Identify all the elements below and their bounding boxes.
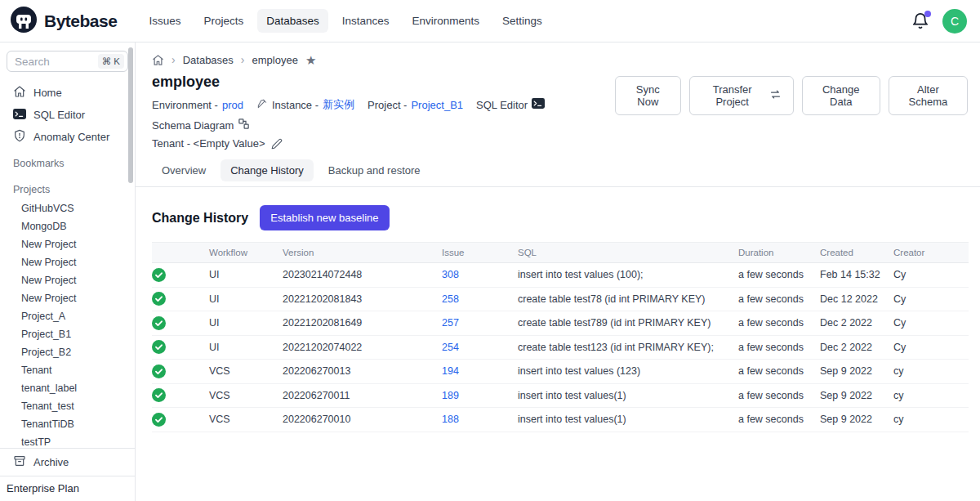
status-cell [152, 311, 209, 336]
bytebase-logo[interactable]: Bytebase [10, 6, 117, 36]
schema-diagram-icon [238, 118, 250, 132]
table-row[interactable]: VCS202206270013194insert into test value… [152, 360, 969, 384]
sidebar-project-new-project-2[interactable]: New Project [7, 236, 128, 254]
issue-link[interactable]: 308 [442, 269, 459, 280]
version-cell: 20230214072448 [283, 263, 442, 288]
breadcrumb-employee[interactable]: employee [252, 54, 298, 66]
sidebar-project-mongodb-1[interactable]: MongoDB [7, 218, 128, 236]
edit-pencil-icon[interactable] [271, 138, 283, 150]
status-cell [152, 263, 209, 288]
sidebar-scrollbar[interactable] [128, 47, 133, 183]
issue-link[interactable]: 194 [442, 365, 459, 377]
top-nav: Bytebase IssuesProjectsDatabasesInstance… [0, 0, 980, 42]
sidebar-item-anomaly-center[interactable]: Anomaly Center [7, 126, 128, 148]
archive-label: Archive [33, 456, 69, 468]
sidebar-item-home[interactable]: Home [7, 82, 128, 104]
table-row[interactable]: UI20230214072448308insert into test valu… [152, 263, 969, 288]
nav-item-instances[interactable]: Instances [333, 9, 399, 33]
nav-item-issues[interactable]: Issues [140, 9, 189, 33]
nav-item-projects[interactable]: Projects [194, 9, 252, 33]
sidebar-project-testtp-13[interactable]: testTP [7, 434, 128, 448]
sidebar-project-githubvcs-0[interactable]: GitHubVCS [7, 200, 128, 218]
created-cell: Sep 9 2022 [820, 408, 893, 432]
sidebar-item-archive[interactable]: Archive [0, 449, 135, 476]
change-data-button[interactable]: Change Data [802, 76, 880, 115]
home-icon[interactable] [152, 54, 164, 66]
issue-link[interactable]: 188 [442, 414, 459, 425]
table-row[interactable]: UI20221202081649257create table test789 … [152, 311, 969, 336]
issue-link[interactable]: 189 [442, 390, 459, 401]
alter-schema-button[interactable]: Alter Schema [889, 76, 968, 115]
page-title: employee [152, 74, 615, 91]
establish-baseline-button[interactable]: Establish new baseline [260, 205, 389, 230]
nav-item-databases[interactable]: Databases [257, 9, 328, 33]
issue-link[interactable]: 257 [442, 317, 459, 329]
sidebar-project-tenant-9[interactable]: Tenant [7, 362, 128, 380]
archive-icon [13, 454, 26, 470]
sidebar-item-label: Home [33, 87, 62, 99]
creator-cell: Cy [893, 311, 969, 336]
table-row[interactable]: VCS202206270011189insert into test value… [152, 383, 969, 408]
chevron-right-icon: › [241, 53, 245, 66]
bookmark-star-icon[interactable]: ★ [305, 54, 316, 66]
version-cell: 20221202074022 [283, 335, 442, 360]
table-row[interactable]: UI20221202074022254create table test123 … [152, 335, 969, 360]
sidebar-project-project-b1-7[interactable]: Project_B1 [7, 326, 128, 344]
tenant-label: Tenant - <Empty Value> [152, 137, 265, 150]
sidebar-item-label: Anomaly Center [33, 131, 109, 143]
check-circle-icon [152, 413, 166, 427]
search-box[interactable]: ⌘ K [7, 51, 128, 72]
main-nav: IssuesProjectsDatabasesInstancesEnvironm… [140, 9, 911, 33]
search-input[interactable] [15, 56, 85, 68]
sidebar-item-label: SQL Editor [33, 109, 85, 121]
tab-overview[interactable]: Overview [152, 159, 216, 181]
sync-now-button[interactable]: Sync Now [615, 76, 680, 115]
enterprise-plan-link[interactable]: Enterprise Plan [0, 476, 135, 501]
check-circle-icon [152, 340, 166, 354]
change-history-table: WorkflowVersionIssueSQLDurationCreatedCr… [152, 242, 969, 432]
issue-cell: 189 [442, 383, 518, 408]
duration-cell: a few seconds [738, 311, 820, 336]
issue-link[interactable]: 258 [442, 293, 459, 305]
version-cell: 202206270011 [283, 383, 442, 408]
sql-cell: insert into test values(1) [518, 408, 738, 432]
nav-item-environments[interactable]: Environments [403, 9, 489, 33]
sql-cell: create table test123 (id int PRIMARY KEY… [518, 335, 738, 360]
sidebar-project-tenant-label-10[interactable]: tenant_label [7, 380, 128, 398]
project-link[interactable]: Project_B1 [411, 99, 463, 111]
sidebar-project-new-project-5[interactable]: New Project [7, 290, 128, 308]
tab-backup-and-restore[interactable]: Backup and restore [318, 159, 430, 181]
sidebar-project-tenanttidb-12[interactable]: TenantTiDB [7, 416, 128, 434]
sidebar-project-project-a-6[interactable]: Project_A [7, 308, 128, 326]
avatar-letter: C [951, 15, 959, 28]
sidebar-project-project-b2-8[interactable]: Project_B2 [7, 344, 128, 362]
sidebar-project-new-project-4[interactable]: New Project [7, 272, 128, 290]
sidebar-section-bookmarks: Bookmarks [7, 153, 128, 174]
column-header-status [152, 243, 209, 263]
sql-editor-link[interactable]: SQL Editor [476, 98, 545, 111]
sidebar-section-projects: Projects [7, 179, 128, 200]
nav-item-settings[interactable]: Settings [493, 9, 551, 33]
sidebar-project-new-project-3[interactable]: New Project [7, 254, 128, 272]
notifications-button[interactable] [911, 12, 929, 30]
table-row[interactable]: VCS202206270010188insert into test value… [152, 408, 969, 432]
issue-link[interactable]: 254 [442, 342, 459, 353]
workflow-cell: UI [209, 287, 283, 311]
breadcrumb-databases[interactable]: Databases [183, 54, 234, 66]
schema-diagram-link[interactable]: Schema Diagram [152, 118, 250, 132]
tab-change-history[interactable]: Change History [220, 159, 314, 181]
sql-cell: create table test789 (id int PRIMARY KEY… [518, 311, 738, 336]
instance-link[interactable]: 新实例 [323, 97, 354, 112]
sidebar-item-sql-editor[interactable]: SQL Editor [7, 104, 128, 126]
table-row[interactable]: UI20221202081843258create table test78 (… [152, 287, 969, 311]
transfer-project-button[interactable]: Transfer Project [689, 76, 794, 115]
avatar[interactable]: C [942, 9, 967, 34]
environment-link[interactable]: prod [222, 99, 243, 111]
notification-dot [924, 11, 931, 17]
creator-cell: cy [893, 360, 969, 384]
status-cell [152, 408, 209, 432]
section-title: Change History [152, 211, 248, 226]
created-cell: Sep 9 2022 [820, 383, 893, 408]
sidebar-project-tenant-test-11[interactable]: Tenant_test [7, 398, 128, 416]
duration-cell: a few seconds [738, 263, 820, 288]
